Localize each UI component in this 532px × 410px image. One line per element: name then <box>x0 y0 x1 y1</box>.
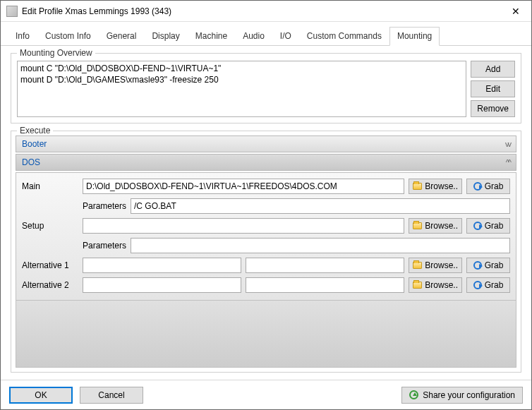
app-icon <box>6 6 18 17</box>
execute-label: Execute <box>17 126 53 135</box>
execute-group: Execute Booter vv DOS ^^ Main Browse.. G… <box>11 131 521 373</box>
main-input[interactable] <box>83 179 404 194</box>
edit-button[interactable]: Edit <box>471 80 515 97</box>
share-icon <box>409 390 418 399</box>
cancel-button[interactable]: Cancel <box>80 387 143 404</box>
grab-icon <box>473 222 482 230</box>
tab-bar: Info Custom Info General Display Machine… <box>1 22 531 46</box>
grab-icon <box>473 261 482 270</box>
setup-grab-button[interactable]: Grab <box>466 218 510 234</box>
tab-mounting[interactable]: Mounting <box>389 27 440 46</box>
alt1-input-a[interactable] <box>83 258 241 273</box>
mounting-overview-group: Mounting Overview mount C "D:\Old_D\DOSB… <box>11 53 521 123</box>
chevron-up-icon: ^^ <box>506 158 510 167</box>
alt1-label: Alternative 1 <box>22 260 78 270</box>
alt2-label: Alternative 2 <box>22 280 78 290</box>
alt2-grab-button[interactable]: Grab <box>466 277 510 293</box>
setup-input[interactable] <box>83 218 404 234</box>
alt2-browse-button[interactable]: Browse.. <box>409 277 462 293</box>
add-button[interactable]: Add <box>471 61 515 78</box>
mounting-overview-label: Mounting Overview <box>17 48 95 58</box>
grab-icon <box>473 182 482 191</box>
alt1-input-b[interactable] <box>246 258 404 273</box>
folder-icon <box>413 183 422 190</box>
ok-button[interactable]: OK <box>9 387 73 404</box>
alt2-input-a[interactable] <box>83 277 241 293</box>
main-params-input[interactable] <box>131 198 510 214</box>
titlebar: Edit Profile Xmas Lemmings 1993 (343) ✕ <box>1 1 531 22</box>
content-area: Mounting Overview mount C "D:\Old_D\DOSB… <box>1 46 531 380</box>
window: Edit Profile Xmas Lemmings 1993 (343) ✕ … <box>0 0 532 410</box>
dos-label: DOS <box>22 157 40 167</box>
tab-io[interactable]: I/O <box>272 27 299 46</box>
grab-icon <box>473 281 482 289</box>
main-grab-button[interactable]: Grab <box>466 179 510 194</box>
tab-audio[interactable]: Audio <box>235 27 272 46</box>
dos-section-header[interactable]: DOS ^^ <box>16 154 516 171</box>
dos-section-body: Main Browse.. Grab Parameters Setup Brow… <box>16 172 516 301</box>
folder-icon <box>413 282 422 289</box>
window-title: Edit Profile Xmas Lemmings 1993 (343) <box>22 6 500 16</box>
folder-icon <box>413 222 422 229</box>
tab-custom-info[interactable]: Custom Info <box>37 27 99 46</box>
setup-params-input[interactable] <box>131 238 510 253</box>
remove-button[interactable]: Remove <box>471 100 515 117</box>
tab-info[interactable]: Info <box>8 27 37 46</box>
main-browse-button[interactable]: Browse.. <box>409 179 462 194</box>
tab-custom-commands[interactable]: Custom Commands <box>299 27 389 46</box>
setup-browse-button[interactable]: Browse.. <box>409 218 462 234</box>
setup-params-label: Parameters <box>83 241 126 251</box>
main-label: Main <box>22 181 78 191</box>
close-button[interactable]: ✕ <box>500 1 531 21</box>
tab-display[interactable]: Display <box>144 27 187 46</box>
mounting-overview-text[interactable]: mount C "D:\Old_D\DOSBOX\D-FEND~1\VIRTUA… <box>17 61 466 117</box>
dos-body-filler <box>16 301 516 368</box>
share-config-button[interactable]: Share your configuration <box>401 387 523 404</box>
setup-label: Setup <box>22 221 78 231</box>
tab-general[interactable]: General <box>99 27 145 46</box>
footer: OK Cancel Share your configuration <box>1 380 531 409</box>
tab-machine[interactable]: Machine <box>188 27 235 46</box>
chevron-down-icon: vv <box>505 140 510 148</box>
alt1-grab-button[interactable]: Grab <box>466 258 510 273</box>
alt1-browse-button[interactable]: Browse.. <box>409 258 462 273</box>
alt2-input-b[interactable] <box>246 277 404 293</box>
booter-section-header[interactable]: Booter vv <box>16 135 516 152</box>
booter-label: Booter <box>22 139 47 149</box>
main-params-label: Parameters <box>83 201 126 211</box>
folder-icon <box>413 262 422 269</box>
